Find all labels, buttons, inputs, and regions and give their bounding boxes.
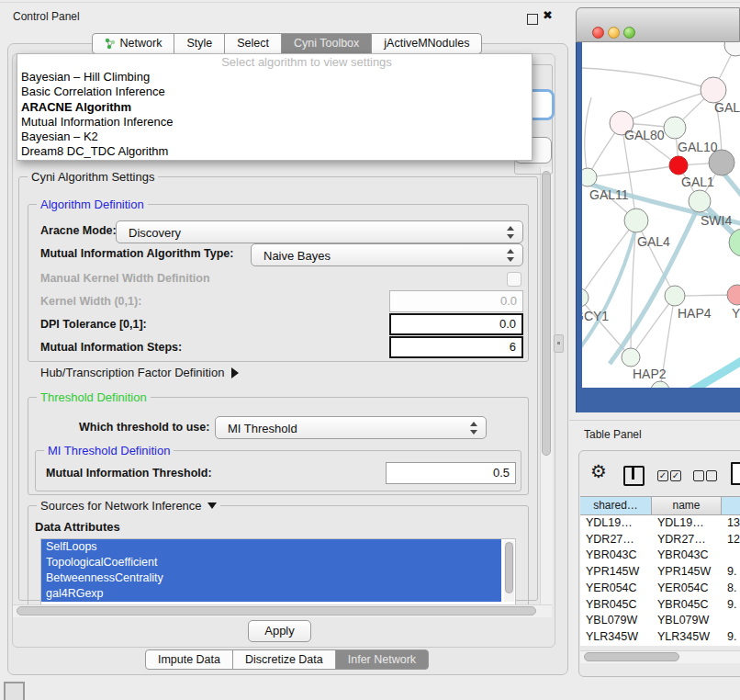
apply-button[interactable]: Apply	[248, 620, 311, 642]
mi-steps-input[interactable]: 6	[389, 336, 523, 358]
algorithm-option[interactable]: Dream8 DC_TDC Algorithm	[17, 144, 532, 159]
network-node-label: GAL4	[637, 234, 670, 249]
bottom-tab-discretize-data[interactable]: Discretize Data	[232, 649, 336, 670]
hub-definition-label: Hub/Transcription Factor Definition	[40, 366, 224, 379]
column-header-a[interactable]: A	[721, 496, 740, 515]
table-row[interactable]: YBR045CYBR045C9.	[580, 597, 740, 614]
table-cell: YDR27…	[652, 533, 722, 546]
table-row[interactable]: YBL079WYBL079W	[580, 613, 740, 629]
split-columns-icon[interactable]	[623, 466, 645, 486]
table-cell: YLR345W	[652, 630, 722, 643]
mi-algorithm-type-label: Mutual Information Algorithm Type:	[40, 247, 233, 260]
network-node-gal4[interactable]	[624, 209, 648, 232]
tab-network[interactable]: Network	[92, 33, 175, 54]
close-icon[interactable]: ✖	[543, 8, 553, 22]
table-panel-title: Table Panel	[584, 428, 642, 441]
dock-grip-icon[interactable]	[4, 682, 25, 700]
algorithm-dropdown-popup: Select algorithm to view settings Bayesi…	[17, 53, 533, 161]
which-threshold-select[interactable]: MI Threshold	[215, 416, 487, 439]
table-row[interactable]: YPR145WYPR145W9.	[580, 564, 740, 581]
tab-style[interactable]: Style	[174, 33, 225, 54]
table-cell: YBL079W	[580, 614, 652, 627]
mi-threshold-input[interactable]: 0.5	[386, 462, 516, 484]
gear-icon[interactable]: ⚙	[590, 462, 607, 480]
zoom-traffic-light-icon[interactable]	[623, 27, 635, 39]
bottom-tab-impute-data[interactable]: Impute Data	[145, 649, 233, 670]
tab-label: Discretize Data	[245, 650, 323, 670]
table-row[interactable]: YDR27…YDR27…12	[580, 532, 740, 548]
mi-threshold-group-title: MI Threshold Definition	[44, 444, 174, 457]
tab-cyni-toolbox[interactable]: Cyni Toolbox	[281, 33, 372, 54]
network-view-canvas[interactable]: GALGAL80GAL10GAL1GAL11SWI4GAL4HAP4YGCY1H…	[582, 42, 740, 388]
node-table[interactable]: shared…nameA YDL19…YDL19…13YDR27…YDR27…1…	[580, 496, 740, 646]
attributes-scrollbar[interactable]	[504, 541, 514, 602]
kernel-width-input[interactable]: 0.0	[389, 290, 523, 312]
column-header-shared[interactable]: shared…	[580, 496, 652, 515]
tab-label: Select	[237, 34, 269, 53]
tab-label: Network	[120, 34, 163, 53]
algorithm-option[interactable]: Bayesian – Hill Climbing	[17, 70, 532, 85]
algorithm-option[interactable]: Mutual Information Inference	[17, 115, 532, 130]
algorithm-option[interactable]: ARACNE Algorithm	[17, 100, 532, 115]
table-row[interactable]: YBR043CYBR043C	[580, 548, 740, 564]
settings-horizontal-scrollbar-thumb[interactable]	[17, 606, 536, 615]
network-node-label: GAL1	[681, 175, 714, 189]
hub-definition-expander[interactable]: Hub/Transcription Factor Definition	[40, 366, 239, 379]
network-node-gcy1[interactable]	[582, 288, 589, 307]
attributes-scrollbar-thumb[interactable]	[505, 542, 513, 593]
table-horizontal-scrollbar-thumb[interactable]	[584, 652, 679, 661]
network-node-gal[interactable]	[701, 77, 726, 103]
network-node-hap4[interactable]	[665, 286, 685, 306]
table-cell: YBR045C	[652, 598, 722, 611]
table-cell: 9.	[722, 565, 740, 578]
expanded-arrow-icon	[207, 502, 217, 509]
network-edge	[582, 68, 713, 90]
network-node-gal11[interactable]	[582, 168, 597, 186]
dpi-tolerance-input[interactable]: 0.0	[389, 313, 523, 335]
column-header-name[interactable]: name	[651, 496, 722, 515]
float-panel-icon[interactable]	[527, 14, 538, 25]
network-node-label: HAP2	[633, 367, 667, 381]
stepper-arrows-icon	[507, 226, 514, 239]
network-node-gal1[interactable]	[669, 156, 688, 175]
network-node[interactable]	[651, 381, 669, 388]
document-icon[interactable]	[731, 462, 740, 485]
panel-splitter-handle[interactable]	[554, 334, 564, 353]
network-node[interactable]	[724, 42, 740, 56]
table-row[interactable]: YDL19…YDL19…13	[580, 515, 740, 532]
network-node-y[interactable]	[727, 285, 740, 305]
unchecked-checkbox-icon[interactable]	[706, 470, 717, 481]
table-row[interactable]: YLR345WYLR345W9.	[580, 629, 740, 646]
close-traffic-light-icon[interactable]	[592, 27, 604, 39]
tab-select[interactable]: Select	[224, 33, 282, 54]
checked-checkbox-icon[interactable]: ✓	[657, 470, 668, 481]
data-attribute-item[interactable]: BetweennessCentrality	[41, 570, 501, 586]
minimize-traffic-light-icon[interactable]	[608, 27, 620, 39]
data-attribute-item[interactable]: gal4RGexp	[41, 586, 501, 602]
algorithm-option[interactable]: Bayesian – K2	[17, 130, 532, 144]
network-node-label: GAL	[714, 100, 740, 115]
tab-jactivemnodules[interactable]: jActiveMNodules	[371, 33, 482, 54]
algorithm-option[interactable]: Basic Correlation Inference	[17, 85, 532, 99]
mi-algorithm-type-select[interactable]: Naive Bayes	[251, 243, 523, 266]
network-edge	[636, 220, 675, 296]
tab-label: jActiveMNodules	[384, 34, 469, 53]
network-node-hap2[interactable]	[622, 348, 640, 367]
data-attribute-item[interactable]: SelfLoops	[41, 539, 501, 555]
unchecked-checkbox-icon[interactable]	[693, 470, 704, 481]
network-node-swi4[interactable]	[689, 190, 711, 212]
which-threshold-label: Which threshold to use:	[79, 421, 209, 434]
data-attributes-list[interactable]: SelfLoopsTopologicalCoefficientBetweenne…	[40, 538, 516, 604]
network-node-gal10[interactable]	[664, 117, 686, 139]
sources-expander[interactable]: Sources for Network Inference	[37, 499, 220, 513]
table-row[interactable]: YER054CYER054C8.	[580, 581, 740, 597]
data-attribute-item[interactable]: TopologicalCoefficient	[41, 555, 501, 570]
bottom-tab-infer-network[interactable]: Infer Network	[335, 649, 429, 670]
network-node-label: GAL10	[678, 140, 718, 154]
checked-checkbox-icon[interactable]: ✓	[670, 470, 681, 481]
manual-kernel-width-checkbox[interactable]	[507, 272, 521, 287]
settings-vertical-scrollbar-thumb[interactable]	[542, 171, 551, 456]
aracne-mode-select[interactable]: Discovery	[116, 220, 523, 243]
network-node-label: SWI4	[701, 213, 732, 228]
tab-label: Infer Network	[348, 650, 416, 670]
